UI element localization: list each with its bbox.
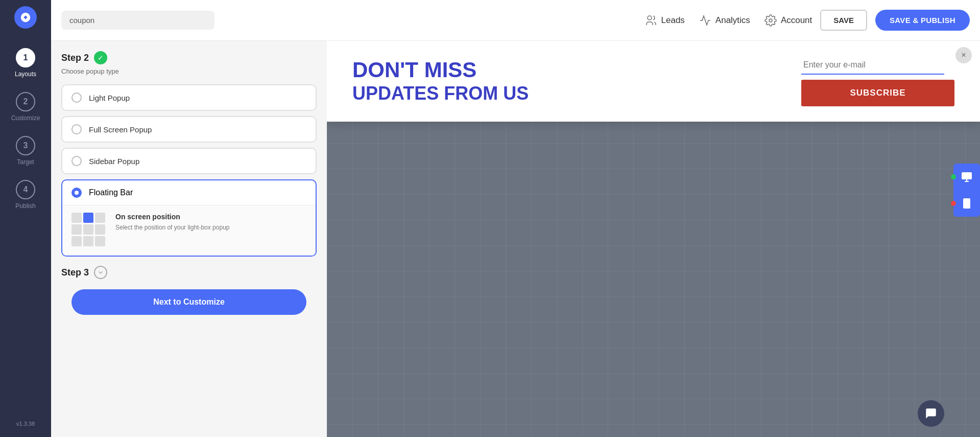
content-area: Step 2 ✓ Choose popup type Light Popup F… [51, 41, 980, 437]
email-input[interactable] [801, 56, 944, 75]
popup-preview: DON'T MISS UPDATES FROM US SUBSCRIBE × [327, 41, 980, 122]
step-label-customize: Customize [11, 114, 40, 122]
next-to-customize-button[interactable]: Next to Customize [71, 289, 306, 315]
step2-header: Step 2 ✓ [61, 51, 317, 64]
option-light-popup-label: Light Popup [89, 94, 130, 102]
radio-light-popup [71, 93, 82, 103]
step2-title: Step 2 [61, 53, 89, 63]
grid-cell-3[interactable] [71, 224, 82, 235]
step3-header: Step 3 [61, 266, 317, 279]
popup-title-sub: UPDATES FROM US [352, 82, 786, 104]
option-sidebar-popup[interactable]: Sidebar Popup [61, 148, 317, 174]
sidebar-step-publish[interactable]: 4 Publish [0, 173, 51, 217]
sidebar-step-target[interactable]: 3 Target [0, 129, 51, 173]
grid-cell-4[interactable] [83, 224, 93, 235]
sidebar: 1 Layouts 2 Customize 3 Target 4 Publish… [0, 0, 51, 437]
radio-full-screen-popup [71, 124, 82, 134]
subscribe-button[interactable]: SUBSCRIBE [801, 80, 954, 106]
search-input[interactable] [61, 11, 214, 30]
step-circle-1: 1 [16, 48, 35, 67]
nav-account[interactable]: Account [764, 14, 812, 27]
chat-bubble[interactable] [918, 400, 944, 427]
close-button[interactable]: × [955, 47, 972, 63]
nav-bar: Leads Analytics Account [645, 14, 812, 27]
svg-point-2 [769, 19, 772, 22]
grid-cell-1[interactable] [83, 213, 93, 223]
nav-analytics[interactable]: Analytics [699, 14, 750, 27]
step-label-layouts: Layouts [15, 71, 36, 78]
radio-floating-bar [71, 188, 82, 198]
popup-headline: DON'T MISS UPDATES FROM US [352, 58, 801, 104]
step3-title: Step 3 [61, 267, 89, 278]
grid-3x3 [71, 213, 105, 246]
device-buttons [953, 164, 980, 217]
option-full-screen-popup[interactable]: Full Screen Popup [61, 116, 317, 143]
option-light-popup[interactable]: Light Popup [61, 84, 317, 111]
step-circle-3: 3 [16, 136, 35, 155]
grid-cell-2[interactable] [95, 213, 105, 223]
option-floating-bar-label: Floating Bar [89, 188, 133, 197]
option-full-screen-popup-label: Full Screen Popup [89, 125, 152, 134]
step-label-target: Target [17, 158, 34, 166]
radio-sidebar-popup [71, 156, 82, 166]
bottom-bar: Next to Customize [61, 282, 317, 322]
left-panel: Step 2 ✓ Choose popup type Light Popup F… [51, 41, 327, 437]
position-grid-container: On screen position Select the position o… [71, 213, 306, 246]
svg-rect-3 [962, 172, 972, 179]
step2-check-icon: ✓ [94, 51, 107, 64]
version-label: v1.3.38 [16, 421, 35, 431]
step-label-publish: Publish [15, 202, 35, 210]
grid-cell-8[interactable] [95, 236, 105, 246]
position-text: On screen position Select the position o… [115, 213, 229, 232]
position-description: Select the position of your light-box po… [115, 223, 229, 232]
option-sidebar-popup-label: Sidebar Popup [89, 157, 139, 166]
position-title: On screen position [115, 213, 229, 221]
nav-leads-label: Leads [661, 15, 685, 26]
save-button[interactable]: SAVE [820, 10, 867, 31]
desktop-status-dot [951, 174, 956, 179]
nav-analytics-label: Analytics [715, 15, 750, 26]
nav-leads[interactable]: Leads [645, 14, 685, 27]
save-publish-button[interactable]: SAVE & PUBLISH [875, 10, 970, 31]
topbar: Leads Analytics Account SAVE SAVE & PUBL… [51, 0, 980, 41]
sidebar-logo[interactable] [14, 6, 37, 29]
option-floating-bar[interactable]: Floating Bar [61, 179, 317, 257]
svg-point-1 [648, 16, 652, 20]
popup-title-main: DON'T MISS [352, 58, 786, 82]
floating-bar-header[interactable]: Floating Bar [62, 180, 316, 205]
grid-cell-0[interactable] [71, 213, 82, 223]
step-circle-4: 4 [16, 180, 35, 199]
grid-cell-6[interactable] [71, 236, 82, 246]
sidebar-step-layouts[interactable]: 1 Layouts [0, 41, 51, 85]
step2-subtitle: Choose popup type [61, 67, 317, 75]
main-content: Leads Analytics Account SAVE SAVE & PUBL… [51, 0, 980, 437]
grid-cell-7[interactable] [83, 236, 93, 246]
mobile-button[interactable] [953, 190, 980, 217]
popup-form: SUBSCRIBE [801, 56, 954, 106]
preview-area: DON'T MISS UPDATES FROM US SUBSCRIBE × [327, 41, 980, 437]
floating-bar-position: On screen position Select the position o… [62, 205, 316, 256]
sidebar-step-customize[interactable]: 2 Customize [0, 85, 51, 129]
nav-account-label: Account [781, 15, 812, 26]
step3-circle [94, 266, 107, 279]
step-circle-2: 2 [16, 92, 35, 111]
mobile-status-dot [951, 201, 956, 206]
grid-cell-5[interactable] [95, 224, 105, 235]
desktop-button[interactable] [953, 164, 980, 190]
